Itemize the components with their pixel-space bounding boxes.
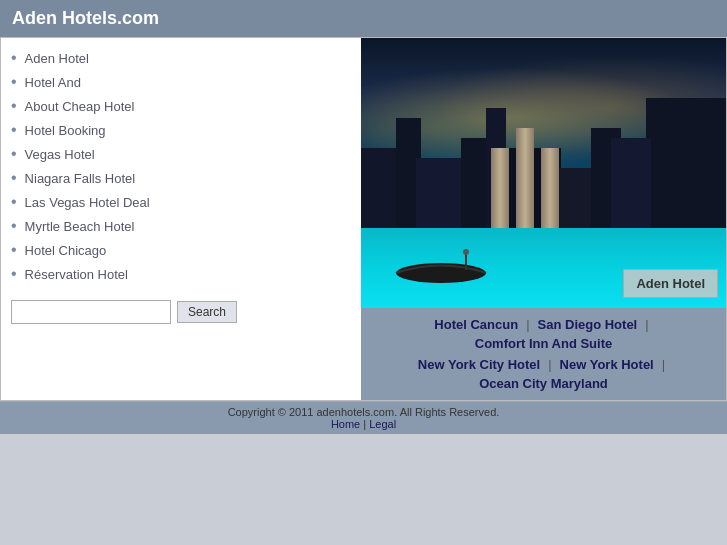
nav-bullet-icon: •: [11, 170, 17, 186]
link-new-york-hotel[interactable]: New York Hotel: [560, 357, 654, 372]
sidebar-nav-item[interactable]: •Hotel And: [1, 70, 361, 94]
gondola: [391, 248, 491, 288]
site-header: Aden Hotels.com: [0, 0, 727, 37]
sidebar-nav-item[interactable]: •Niagara Falls Hotel: [1, 166, 361, 190]
link-hotel-cancun[interactable]: Hotel Cancun: [434, 317, 518, 332]
nav-item-label: About Cheap Hotel: [25, 99, 135, 114]
nav-bullet-icon: •: [11, 194, 17, 210]
link-san-diego[interactable]: San Diego Hotel: [538, 317, 638, 332]
sidebar-nav-item[interactable]: •Hotel Chicago: [1, 238, 361, 262]
nav-item-label: Aden Hotel: [25, 51, 89, 66]
sep2: |: [645, 317, 648, 332]
link-row-1: Hotel Cancun | San Diego Hotel | Comfort…: [371, 314, 716, 354]
footer: Copyright © 2011 adenhotels.com. All Rig…: [0, 401, 727, 434]
gray-bottom: [0, 434, 727, 545]
bottom-links: Hotel Cancun | San Diego Hotel | Comfort…: [361, 308, 726, 400]
nav-item-label: Myrtle Beach Hotel: [25, 219, 135, 234]
sidebar-nav-item[interactable]: •Myrtle Beach Hotel: [1, 214, 361, 238]
nav-bullet-icon: •: [11, 218, 17, 234]
nav-bullet-icon: •: [11, 242, 17, 258]
search-input[interactable]: [11, 300, 171, 324]
hotel-badge: Aden Hotel: [623, 269, 718, 298]
footer-links: Home | Legal: [4, 418, 723, 430]
site-title: Aden Hotels.com: [12, 8, 159, 28]
nav-bullet-icon: •: [11, 122, 17, 138]
sidebar-nav-item[interactable]: •Hotel Booking: [1, 118, 361, 142]
sep4: |: [662, 357, 665, 372]
nav-item-label: Réservation Hotel: [25, 267, 128, 282]
legal-link[interactable]: Legal: [369, 418, 396, 430]
sidebar-nav-item[interactable]: •Vegas Hotel: [1, 142, 361, 166]
link-comfort-inn[interactable]: Comfort Inn And Suite: [475, 336, 612, 351]
home-link[interactable]: Home: [331, 418, 360, 430]
nav-bullet-icon: •: [11, 266, 17, 282]
search-area: Search: [1, 286, 361, 338]
hotel-badge-label: Aden Hotel: [636, 276, 705, 291]
nav-item-label: Vegas Hotel: [25, 147, 95, 162]
right-content: Aden Hotel Hotel Cancun | San Diego Hote…: [361, 38, 726, 400]
nav-item-label: Hotel Booking: [25, 123, 106, 138]
sidebar: •Aden Hotel•Hotel And•About Cheap Hotel•…: [1, 38, 361, 400]
nav-item-label: Las Vegas Hotel Deal: [25, 195, 150, 210]
nav-bullet-icon: •: [11, 146, 17, 162]
link-ocean-city[interactable]: Ocean City Maryland: [479, 376, 608, 391]
nav-bullet-icon: •: [11, 98, 17, 114]
nav-item-label: Niagara Falls Hotel: [25, 171, 136, 186]
nav-bullet-icon: •: [11, 74, 17, 90]
nav-list: •Aden Hotel•Hotel And•About Cheap Hotel•…: [1, 46, 361, 286]
hotel-scene: Aden Hotel: [361, 38, 726, 308]
sidebar-nav-item[interactable]: •About Cheap Hotel: [1, 94, 361, 118]
nav-item-label: Hotel And: [25, 75, 81, 90]
search-button[interactable]: Search: [177, 301, 237, 323]
copyright-text: Copyright © 2011 adenhotels.com. All Rig…: [4, 406, 723, 418]
link-row-2: New York City Hotel | New York Hotel | O…: [371, 354, 716, 394]
nav-bullet-icon: •: [11, 50, 17, 66]
sep1: |: [526, 317, 529, 332]
nav-item-label: Hotel Chicago: [25, 243, 107, 258]
sidebar-nav-item[interactable]: •Réservation Hotel: [1, 262, 361, 286]
sidebar-nav-item[interactable]: •Las Vegas Hotel Deal: [1, 190, 361, 214]
sidebar-nav-item[interactable]: •Aden Hotel: [1, 46, 361, 70]
sep3: |: [548, 357, 551, 372]
link-nyc-hotel[interactable]: New York City Hotel: [418, 357, 540, 372]
svg-point-2: [463, 249, 469, 255]
